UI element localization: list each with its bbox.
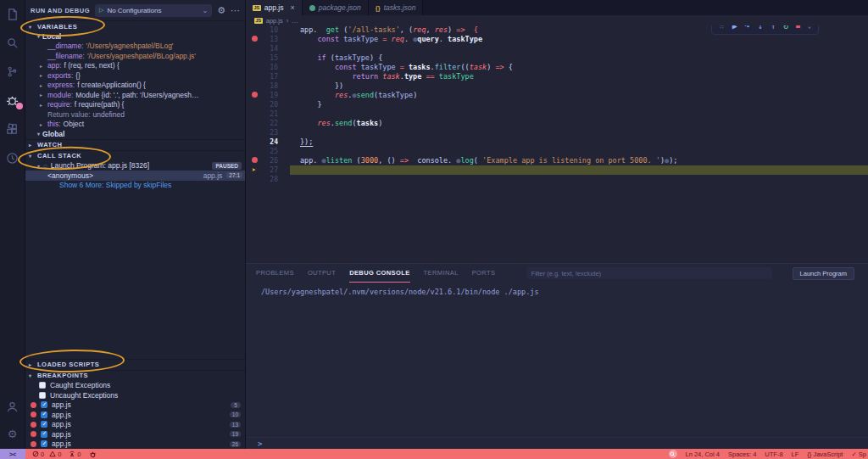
watch-section-header[interactable]: ▸ WATCH bbox=[25, 139, 245, 150]
editor-gutter[interactable]: 20 bbox=[246, 100, 290, 109]
call-stack-section-header[interactable]: ▾ CALL STACK bbox=[25, 150, 245, 161]
editor-gutter[interactable]: 10 bbox=[246, 25, 290, 35]
breakpoints-section-header[interactable]: ▾ BREAKPOINTS bbox=[25, 370, 245, 381]
extensions-icon[interactable] bbox=[4, 120, 21, 137]
status-spell-checker[interactable]: ✓ Sp bbox=[851, 451, 866, 458]
remote-indicator[interactable]: >< bbox=[0, 449, 25, 459]
code-line[interactable]: 14 bbox=[246, 44, 868, 53]
editor-gutter[interactable]: ➤27 bbox=[246, 165, 290, 175]
editor-gutter[interactable]: 23 bbox=[246, 128, 290, 137]
code-line[interactable]: ➤27 bbox=[246, 165, 868, 175]
code-line[interactable]: 24}); bbox=[246, 137, 868, 147]
variables-section-header[interactable]: ▾ VARIABLES bbox=[25, 20, 245, 31]
breakpoint-row[interactable]: app.js5 bbox=[25, 400, 245, 411]
exception-breakpoint-row[interactable]: Uncaught Exceptions bbox=[25, 390, 245, 400]
editor-tab[interactable]: package.json bbox=[303, 0, 369, 15]
debug-console-input[interactable]: > bbox=[246, 437, 868, 449]
editor-gutter[interactable]: 22 bbox=[246, 119, 290, 128]
debug-session-row[interactable]: ▾ ◌ Launch Program: app.js [8326] PAUSED bbox=[25, 161, 245, 171]
breakpoint-row[interactable]: app.js26 bbox=[25, 439, 245, 450]
status-indentation[interactable]: Spaces: 4 bbox=[728, 451, 756, 458]
panel-tab-terminal[interactable]: TERMINAL bbox=[424, 264, 459, 283]
stack-frame-row[interactable]: <anonymous>app.js27:1 bbox=[25, 171, 245, 181]
panel-tab-ports[interactable]: PORTS bbox=[472, 264, 496, 283]
continue-icon[interactable]: ▶ bbox=[732, 25, 737, 31]
status-eol[interactable]: LF bbox=[792, 451, 799, 458]
code-line[interactable]: 13 const taskType = req. ●query. taskTyp… bbox=[246, 35, 868, 44]
toolbar-grip-icon[interactable]: ⠿ bbox=[719, 25, 725, 31]
debug-status[interactable] bbox=[89, 451, 97, 458]
code-line[interactable]: 19 res.●send(taskType) bbox=[246, 91, 868, 100]
variable-row[interactable]: ▸this:Object bbox=[25, 120, 245, 130]
accounts-icon[interactable] bbox=[4, 398, 21, 415]
code-line[interactable]: 21 bbox=[246, 109, 868, 119]
breakpoint-checkbox[interactable] bbox=[41, 431, 47, 438]
code-line[interactable]: 17 return task.type == taskType bbox=[246, 72, 868, 81]
breakpoint-checkbox[interactable] bbox=[41, 440, 47, 447]
editor-gutter[interactable]: 24 bbox=[246, 137, 290, 147]
editor-gutter[interactable]: 18 bbox=[246, 81, 290, 91]
variable-row[interactable]: ▸exports:{} bbox=[25, 70, 245, 81]
code-line[interactable]: 25 bbox=[246, 147, 868, 156]
editor-tab[interactable]: JSapp.js× bbox=[246, 0, 303, 15]
settings-gear-icon[interactable]: ⚙ bbox=[4, 425, 21, 442]
step-over-icon[interactable]: ↷ bbox=[745, 25, 750, 31]
close-icon[interactable]: × bbox=[290, 3, 294, 12]
variable-row[interactable]: ▸module:Module {id: '.', path: '/Users/y… bbox=[25, 90, 245, 100]
debug-console-output[interactable]: /Users/yagneshpatel/.nvm/versions/node/v… bbox=[246, 283, 868, 437]
code-line[interactable]: 23 bbox=[246, 128, 868, 137]
variable-row[interactable]: ▸express:f createApplication() { bbox=[25, 81, 245, 91]
code-line[interactable]: 26app. ●listen (3000, () => console. ●lo… bbox=[246, 156, 868, 165]
problems-status[interactable]: 0 0 bbox=[32, 451, 61, 458]
variable-row[interactable]: __dirname:'/Users/yagneshpatel/BLog' bbox=[25, 42, 245, 52]
editor-gutter[interactable]: 16 bbox=[246, 63, 290, 72]
code-line[interactable]: 18 }) bbox=[246, 81, 868, 91]
breakpoint-row[interactable]: app.js19 bbox=[25, 429, 245, 439]
exception-checkbox[interactable] bbox=[39, 382, 46, 389]
editor-gutter[interactable]: 25 bbox=[246, 147, 290, 156]
scope-global[interactable]: ▾ Global bbox=[25, 129, 245, 139]
run-and-debug-icon[interactable] bbox=[4, 92, 21, 109]
code-line[interactable]: 15 if (taskType) { bbox=[246, 53, 868, 63]
show-more-link[interactable]: Show 6 More: Skipped by skipFiles bbox=[25, 181, 245, 191]
loaded-scripts-section-header[interactable]: ▸ LOADED SCRIPTS bbox=[25, 359, 245, 370]
step-out-icon[interactable]: ↑ bbox=[771, 25, 776, 31]
editor-gutter[interactable]: 28 bbox=[246, 175, 290, 184]
editor-gutter[interactable]: 15 bbox=[246, 53, 290, 63]
status-cursor-position[interactable]: Ln 24, Col 4 bbox=[686, 451, 720, 458]
remote-explorer-icon[interactable] bbox=[4, 149, 21, 166]
step-into-icon[interactable]: ↓ bbox=[758, 25, 763, 31]
editor-gutter[interactable]: 17 bbox=[246, 72, 290, 81]
breakpoint-checkbox[interactable] bbox=[41, 411, 47, 418]
code-line[interactable]: 28 bbox=[246, 175, 868, 184]
breadcrumb[interactable]: JS app.js › … bbox=[246, 15, 868, 25]
status-encoding[interactable]: UTF-8 bbox=[765, 451, 782, 458]
launch-config-selector[interactable]: Launch Program bbox=[793, 267, 854, 280]
breakpoint-row[interactable]: app.js13 bbox=[25, 420, 245, 430]
explorer-icon[interactable] bbox=[4, 5, 21, 22]
scope-local[interactable]: ▾ Local bbox=[25, 31, 245, 42]
more-actions-icon[interactable]: ⋯ bbox=[231, 6, 240, 15]
config-dropdown[interactable]: ▷ No Configurations ⌄ bbox=[95, 4, 212, 17]
code-line[interactable]: 22 res.send(tasks) bbox=[246, 119, 868, 128]
code-editor[interactable]: ⠿ ▶ ↷ ↓ ↑ ↻ ■ ⌄ 10app. get ('/all-tasks'… bbox=[246, 25, 868, 263]
variable-row[interactable]: ▸require:f require(path) { bbox=[25, 100, 245, 110]
exception-breakpoint-row[interactable]: Caught Exceptions bbox=[25, 381, 245, 391]
breakpoint-checkbox[interactable] bbox=[41, 401, 47, 408]
debug-settings-gear-icon[interactable]: ⚙ bbox=[217, 6, 225, 15]
editor-tab[interactable]: {}tasks.json bbox=[369, 0, 424, 15]
start-debug-icon[interactable]: ▷ bbox=[99, 7, 103, 14]
editor-gutter[interactable]: 21 bbox=[246, 109, 290, 119]
panel-tab-problems[interactable]: PROBLEMS bbox=[256, 264, 294, 283]
editor-gutter[interactable]: 19 bbox=[246, 91, 290, 100]
variable-row[interactable]: __filename:'/Users/yagneshpatel/BLog/app… bbox=[25, 51, 245, 61]
variable-row[interactable]: Return value:undefined bbox=[25, 109, 245, 120]
panel-tab-output[interactable]: OUTPUT bbox=[308, 264, 336, 283]
editor-gutter[interactable]: 26 bbox=[246, 156, 290, 165]
breakpoint-checkbox[interactable] bbox=[41, 421, 47, 428]
stop-icon[interactable]: ■ bbox=[796, 25, 800, 30]
status-language-mode[interactable]: {} JavaScript bbox=[807, 451, 843, 458]
chevron-down-icon[interactable]: ⌄ bbox=[808, 25, 811, 30]
breakpoint-row[interactable]: app.js10 bbox=[25, 410, 245, 420]
code-line[interactable]: 20 } bbox=[246, 100, 868, 109]
